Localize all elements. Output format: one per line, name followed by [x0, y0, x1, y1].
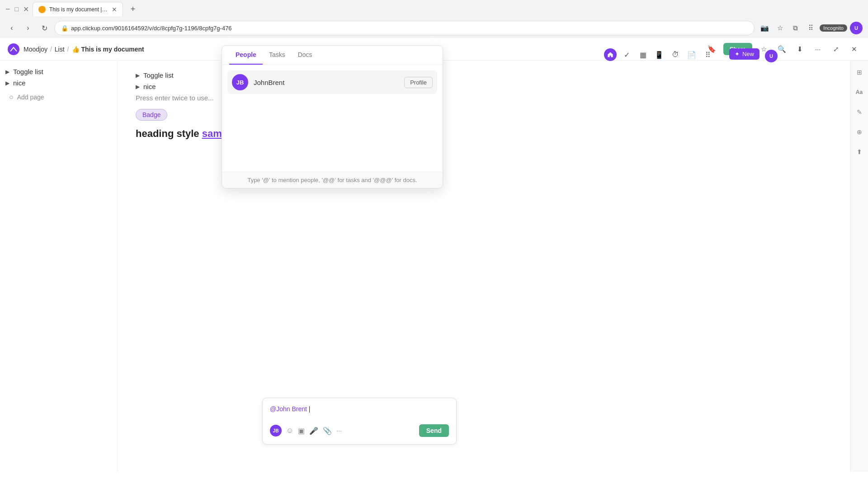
forward-button[interactable]: ›: [22, 22, 34, 34]
emoji-icon[interactable]: ☺: [286, 427, 293, 435]
heading-text-static: heading style: [136, 128, 202, 139]
popup-content: JB JohnBrent Profile: [222, 65, 443, 172]
mention-popup: People Tasks Docs JB JohnBrent Profile T…: [222, 45, 443, 188]
back-button[interactable]: ‹: [5, 22, 18, 34]
sidebar-item-toggle-list[interactable]: ▶ Toggle list: [5, 68, 112, 75]
right-panel-aa-icon[interactable]: Aa: [853, 86, 866, 99]
content-nice-label: nice: [143, 83, 156, 90]
tab-close-icon[interactable]: ✕: [112, 6, 117, 13]
address-actions: 📷 ☆ ⧉ ⠿ Incognito U: [758, 22, 863, 34]
popup-tab-people[interactable]: People: [229, 46, 263, 65]
content-toggle-arrow: ▶: [136, 72, 140, 79]
cast-icon[interactable]: ⧉: [789, 22, 802, 34]
app-toolbar-new: ✓ ▦ 📱 ⏱ 📄 ⠿: [604, 48, 714, 61]
doc-title[interactable]: 👍 This is my document: [72, 46, 144, 53]
phone-icon[interactable]: 📱: [653, 48, 665, 61]
comment-cursor: |: [309, 405, 311, 413]
address-bar: ‹ › ↻ 🔒 app.clickup.com/9016164592/v/dc/…: [0, 18, 868, 38]
active-tab[interactable]: This is my document | This is m... ✕: [33, 2, 123, 16]
home-icon[interactable]: [604, 48, 617, 61]
profile-button[interactable]: Profile: [404, 77, 433, 88]
more-options-icon[interactable]: ···: [811, 42, 825, 56]
popup-tabs: People Tasks Docs: [222, 46, 443, 65]
clock-icon[interactable]: ⏱: [669, 48, 682, 61]
attach-icon[interactable]: 📎: [323, 427, 332, 435]
toggle-arrow-icon: ▶: [5, 69, 9, 75]
badge-pill: Badge: [136, 109, 167, 121]
breadcrumb: Moodjoy / List / 👍 This is my document: [24, 46, 144, 53]
checkmark-icon[interactable]: ✓: [620, 48, 633, 61]
mic-icon[interactable]: 🎤: [309, 427, 318, 435]
close-doc-icon[interactable]: ✕: [847, 42, 861, 56]
sidebar: ▶ Toggle list ▶ nice ○ Add page: [0, 61, 118, 472]
minimize-btn[interactable]: −: [5, 5, 10, 14]
add-page-label: Add page: [17, 94, 44, 101]
breadcrumb-sep-2: /: [67, 46, 69, 53]
comment-toolbar: JB ☺ ▣ 🎤 📎 ··· Send: [270, 424, 449, 437]
content-nice-arrow: ▶: [136, 84, 140, 90]
title-bar: − □ ✕ This is my document | This is m...…: [0, 0, 868, 18]
comment-user-avatar[interactable]: JB: [270, 425, 282, 436]
layout-icon[interactable]: ▣: [298, 427, 305, 435]
popup-tab-tasks[interactable]: Tasks: [263, 46, 292, 65]
popup-tab-docs[interactable]: Docs: [292, 46, 319, 65]
person-avatar: JB: [232, 74, 248, 90]
new-button[interactable]: ✦ New: [729, 48, 760, 60]
add-page-item[interactable]: ○ Add page: [5, 90, 112, 104]
incognito-badge[interactable]: Incognito: [820, 24, 847, 32]
toggle-list-label: Toggle list: [13, 68, 43, 75]
add-page-icon: ○: [9, 93, 14, 101]
nice-arrow-icon: ▶: [5, 80, 9, 86]
comment-mention: @John Brent: [270, 405, 307, 413]
table-icon[interactable]: ▦: [637, 48, 649, 61]
expand-icon[interactable]: ⤢: [829, 42, 843, 56]
apps-icon[interactable]: ⠿: [804, 22, 817, 34]
user-avatar[interactable]: U: [850, 22, 863, 34]
hint-text: Type '@' to mention people, '@@' for tas…: [247, 177, 417, 183]
maximize-btn[interactable]: □: [15, 5, 19, 13]
new-tab-button[interactable]: +: [127, 3, 139, 15]
svg-point-0: [8, 43, 19, 55]
tab-favicon: [38, 6, 46, 13]
doc-icon[interactable]: 📄: [685, 48, 698, 61]
new-btn-container: ✦ New: [729, 48, 760, 60]
breadcrumb-sep-1: /: [50, 46, 52, 53]
comment-box: @John Brent | JB ☺ ▣ 🎤 📎 ··· Send: [262, 398, 457, 445]
sidebar-item-nice[interactable]: ▶ nice: [5, 79, 112, 87]
right-panel-icon-1[interactable]: ⊞: [853, 66, 866, 79]
grid-icon[interactable]: ⠿: [702, 48, 714, 61]
more-toolbar-icon[interactable]: ···: [336, 427, 342, 434]
reload-button[interactable]: ↻: [38, 22, 51, 34]
right-panel-upload-icon[interactable]: ⬆: [853, 145, 866, 158]
clickup-logo[interactable]: [7, 43, 20, 56]
person-name: JohnBrent: [254, 79, 399, 86]
url-bar[interactable]: 🔒 app.clickup.com/9016164592/v/dc/8cpfg7…: [54, 21, 755, 35]
download-icon[interactable]: ⬇: [793, 42, 807, 56]
list-label[interactable]: List: [55, 46, 65, 53]
header-right: 🔖 Share ☆ 🔍 ⬇ ··· ⤢ ✕ ✓ ▦ 📱 ⏱ 📄 ⠿ ✦ New …: [705, 42, 861, 56]
window-controls: − □ ✕: [5, 5, 29, 14]
popup-hint: Type '@' to mention people, '@@' for tas…: [222, 172, 443, 188]
right-panel-expand-icon[interactable]: ⊕: [853, 126, 866, 138]
right-panel-pen-icon[interactable]: ✎: [853, 106, 866, 118]
workspace-name[interactable]: Moodjoy: [24, 46, 47, 53]
send-button[interactable]: Send: [419, 424, 449, 437]
camera-icon[interactable]: 📷: [758, 22, 771, 34]
url-text: app.clickup.com/9016164592/v/dc/8cpfg7g-…: [71, 25, 232, 32]
person-row[interactable]: JB JohnBrent Profile: [227, 70, 437, 94]
right-panel: ⊞ Aa ✎ ⊕ ⬆: [850, 61, 868, 472]
popup-empty-space: [227, 94, 437, 166]
close-btn[interactable]: ✕: [23, 5, 29, 14]
nice-label: nice: [13, 79, 26, 87]
new-icon: ✦: [735, 51, 740, 57]
content-toggle-label: Toggle list: [143, 71, 174, 79]
bookmark-icon[interactable]: ☆: [774, 22, 786, 34]
tab-title: This is my document | This is m...: [49, 6, 108, 13]
new-label: New: [742, 51, 754, 57]
comment-input[interactable]: @John Brent |: [270, 405, 449, 419]
heading-link[interactable]: sam: [202, 128, 222, 139]
